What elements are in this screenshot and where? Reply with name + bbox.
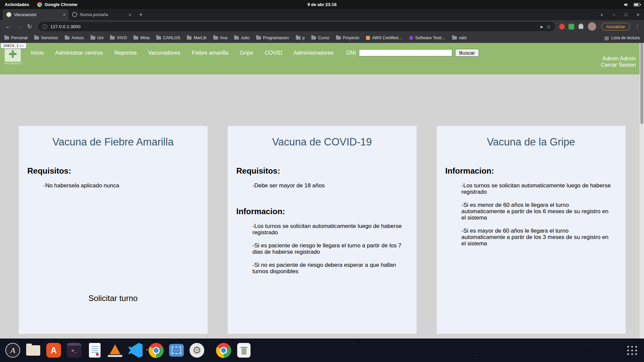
dock-vlc[interactable] [106,341,124,360]
browser-scrollbar[interactable] [640,36,644,339]
system-tray[interactable] [624,3,644,7]
bookmark-label: MerLib [194,36,206,40]
nav-inicio[interactable]: Inicio [31,50,44,56]
dock-terminal[interactable] [65,341,83,360]
dock-chrome-2[interactable] [215,341,232,360]
running-indicator-dot [146,349,148,351]
dock-app-circle-a[interactable] [4,341,21,360]
dock-vscode[interactable] [127,341,144,360]
tab-nueva-pestana[interactable]: Nueva pestaña [68,9,134,20]
close-window-button[interactable] [632,12,644,17]
bookmark-merlib[interactable]: MerLib [187,36,206,40]
scrollbar-thumb[interactable] [640,39,643,124]
nav-administradores[interactable]: Administradores [293,50,333,56]
forward-button[interactable] [14,23,23,30]
tab-search-chevron-icon[interactable] [596,12,608,17]
folder-icon [156,36,161,40]
tab-close-icon[interactable] [128,12,131,17]
dock-chrome[interactable] [147,341,165,360]
bookmark-julio[interactable]: Julio [234,36,250,40]
browser-menu-kebab-icon[interactable] [635,23,640,29]
chrome-update-button[interactable]: Actualizar [601,23,630,31]
aws-badge-icon [366,36,370,40]
nav-vacunadores[interactable]: Vacunadores [148,50,180,56]
nav-gripe[interactable]: Gripe [240,50,253,56]
app-circle-a-icon [5,343,20,358]
brand-name: VACUNASSIST [3,62,23,65]
bookmark-personal[interactable]: Personal [4,36,28,40]
load-time-value: 10819.1 [3,44,18,48]
section-item: -Si es paciente de riesgo le llegara el … [253,242,405,255]
tab-close-icon[interactable] [63,12,66,17]
url-text[interactable]: 127.0.0.1:3000 [50,24,538,29]
dock-screenshot-tool[interactable] [168,341,185,360]
dni-label: DNI [346,50,356,56]
bookmark-label: Software Testi… [415,36,446,40]
bookmark-curso[interactable]: Curso [311,36,329,40]
bookmark-p[interactable]: p [296,36,305,40]
bookmark-vivo[interactable]: VIVO [110,36,127,40]
card-fiebre-amarilla: Vacuna de Fiebre Amarilla Requisitos: -N… [19,126,208,334]
focused-app-menu[interactable]: Google Chrome [37,2,77,7]
site-info-icon[interactable] [42,24,47,29]
dock-settings[interactable] [188,341,206,360]
bookmark-ana[interactable]: Ana [213,36,227,40]
bookmark-rails[interactable]: rails [452,36,467,40]
nav-covid[interactable]: COVID [265,50,282,56]
nav-fiebre-amarilla[interactable]: Fiebre amarilla [192,50,228,56]
bookmark-mirta[interactable]: Mirta [133,36,150,40]
extensions-puzzle-icon[interactable] [578,23,584,29]
back-button[interactable] [3,23,13,30]
dock-files[interactable] [24,341,42,360]
bookmark-label: Curso [318,36,329,40]
show-applications-button[interactable] [627,346,637,355]
buscar-button[interactable]: Buscar [455,49,479,57]
folder-icon [234,36,239,40]
folder-icon [110,36,115,40]
clock[interactable]: 9 de abr 23:16 [308,2,337,7]
bookmark-carlos[interactable]: CARLOS [156,36,180,40]
send-to-device-icon[interactable] [541,23,543,30]
bookmark-proyecto[interactable]: Proyecto [336,36,359,40]
profile-avatar[interactable] [588,22,596,31]
solicitar-turno-link[interactable]: Solicitar turno [19,294,208,303]
card-gripe: Vacuna de la Gripe Informacion: -Los tur… [437,126,626,334]
reload-button[interactable] [25,23,34,30]
new-tab-button[interactable] [137,10,145,19]
address-bar[interactable]: 127.0.0.1:3000 [38,22,555,31]
nav-administrar-centros[interactable]: Administrar centros [55,50,103,56]
activities-button[interactable]: Actividades [5,2,29,7]
nav-reportes[interactable]: Reportes [114,50,137,56]
folder-icon [213,36,218,40]
extension-red-icon[interactable] [559,24,565,29]
bookmark-label: rails [459,36,467,40]
files-icon [26,345,40,356]
section-heading: Requisitos: [28,166,208,176]
tab-favicon [6,12,11,17]
card-title: Vacuna de COVID-19 [228,136,417,148]
bookmark-avisos[interactable]: Avisos [65,36,84,40]
chrome-icon [216,343,231,358]
bookmark-aws-certified[interactable]: AWS Certified… [366,36,402,40]
bookmark-programacion[interactable]: Programacion [256,36,289,40]
tab-vacunassist[interactable]: Vacunassist [3,9,68,20]
chrome-icon [149,343,164,358]
logout-link[interactable]: Cerrar Sesion [601,62,636,68]
bookmark-servicios[interactable]: Servicios [34,36,58,40]
dock [0,339,644,362]
bookmark-uni[interactable]: Uni [91,36,104,40]
bookmark-software-testing[interactable]: Software Testi… [409,36,446,40]
extension-green-icon[interactable] [569,24,574,29]
dock-trash[interactable] [235,341,253,360]
minimize-button[interactable] [608,12,620,17]
bookmark-star-icon[interactable] [546,23,551,30]
dock-text-editor[interactable] [86,341,103,360]
system-top-bar: Actividades Google Chrome 9 de abr 23:16 [0,0,644,9]
maximize-button[interactable] [620,12,632,17]
focused-app-label: Google Chrome [45,2,77,7]
reading-list-button[interactable]: Lista de lectura [604,35,640,41]
user-name-link[interactable]: Admin Admin [601,55,636,62]
dni-input[interactable] [359,49,452,56]
dock-ubuntu-software[interactable] [45,341,62,360]
folder-icon [4,36,9,40]
